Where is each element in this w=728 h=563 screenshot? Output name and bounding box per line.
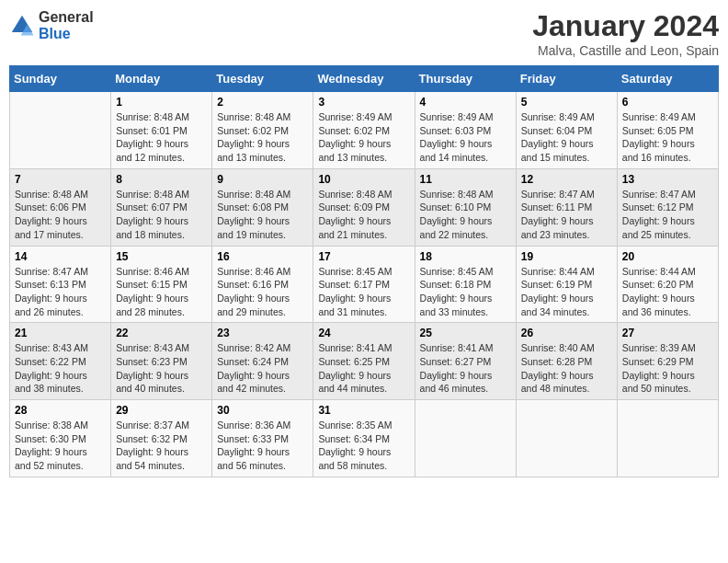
day-number: 10: [318, 173, 409, 186]
cell-content: Sunrise: 8:42 AM Sunset: 6:24 PM Dayligh…: [217, 341, 308, 396]
cell-content: Sunrise: 8:47 AM Sunset: 6:12 PM Dayligh…: [622, 188, 713, 242]
day-number: 22: [116, 327, 207, 339]
calendar-cell: 2Sunrise: 8:48 AM Sunset: 6:02 PM Daylig…: [212, 92, 313, 169]
cell-content: Sunrise: 8:44 AM Sunset: 6:20 PM Dayligh…: [622, 265, 713, 319]
day-number: 2: [217, 96, 308, 109]
week-row-3: 14Sunrise: 8:47 AM Sunset: 6:13 PM Dayli…: [10, 246, 719, 323]
day-number: 29: [116, 404, 207, 417]
calendar-cell: 20Sunrise: 8:44 AM Sunset: 6:20 PM Dayli…: [617, 246, 718, 323]
day-number: 9: [217, 173, 308, 186]
cell-content: Sunrise: 8:49 AM Sunset: 6:03 PM Dayligh…: [420, 110, 511, 165]
day-number: 3: [318, 96, 409, 109]
calendar-cell: 7Sunrise: 8:48 AM Sunset: 6:06 PM Daylig…: [10, 168, 111, 246]
logo-icon: [9, 13, 35, 39]
logo-text: General Blue: [39, 9, 94, 41]
day-number: 5: [521, 96, 612, 109]
cell-content: Sunrise: 8:48 AM Sunset: 6:02 PM Dayligh…: [217, 110, 308, 165]
cell-content: Sunrise: 8:48 AM Sunset: 6:09 PM Dayligh…: [318, 188, 409, 242]
day-number: 8: [116, 173, 207, 186]
logo-blue-label: Blue: [39, 26, 94, 42]
col-header-saturday: Saturday: [617, 66, 718, 92]
cell-content: Sunrise: 8:36 AM Sunset: 6:33 PM Dayligh…: [217, 419, 308, 473]
cell-content: Sunrise: 8:48 AM Sunset: 6:10 PM Dayligh…: [420, 188, 511, 242]
calendar-cell: [516, 400, 617, 477]
day-number: 12: [521, 173, 612, 186]
calendar-cell: 1Sunrise: 8:48 AM Sunset: 6:01 PM Daylig…: [111, 92, 212, 169]
day-number: 4: [420, 96, 511, 109]
calendar-cell: 5Sunrise: 8:49 AM Sunset: 6:04 PM Daylig…: [516, 92, 617, 169]
calendar-cell: 27Sunrise: 8:39 AM Sunset: 6:29 PM Dayli…: [617, 323, 718, 400]
day-number: 25: [420, 327, 511, 339]
cell-content: Sunrise: 8:45 AM Sunset: 6:17 PM Dayligh…: [318, 265, 409, 319]
cell-content: Sunrise: 8:43 AM Sunset: 6:23 PM Dayligh…: [116, 341, 207, 396]
cell-content: Sunrise: 8:38 AM Sunset: 6:30 PM Dayligh…: [15, 419, 106, 473]
cell-content: Sunrise: 8:49 AM Sunset: 6:02 PM Dayligh…: [318, 110, 409, 165]
logo: General Blue: [9, 9, 94, 41]
day-number: 20: [622, 250, 713, 263]
cell-content: Sunrise: 8:37 AM Sunset: 6:32 PM Dayligh…: [116, 419, 207, 473]
day-number: 21: [15, 327, 106, 339]
cell-content: Sunrise: 8:49 AM Sunset: 6:05 PM Dayligh…: [622, 110, 713, 165]
day-number: 15: [116, 250, 207, 263]
day-number: 18: [420, 250, 511, 263]
cell-content: Sunrise: 8:35 AM Sunset: 6:34 PM Dayligh…: [318, 419, 409, 473]
calendar-cell: 12Sunrise: 8:47 AM Sunset: 6:11 PM Dayli…: [516, 168, 617, 246]
col-header-tuesday: Tuesday: [212, 66, 313, 92]
calendar-cell: 14Sunrise: 8:47 AM Sunset: 6:13 PM Dayli…: [10, 246, 111, 323]
cell-content: Sunrise: 8:45 AM Sunset: 6:18 PM Dayligh…: [420, 265, 511, 319]
cell-content: Sunrise: 8:49 AM Sunset: 6:04 PM Dayligh…: [521, 110, 612, 165]
day-number: 6: [622, 96, 713, 109]
calendar-table: SundayMondayTuesdayWednesdayThursdayFrid…: [9, 65, 719, 477]
week-row-5: 28Sunrise: 8:38 AM Sunset: 6:30 PM Dayli…: [10, 400, 719, 477]
calendar-cell: 4Sunrise: 8:49 AM Sunset: 6:03 PM Daylig…: [415, 92, 516, 169]
calendar-cell: 18Sunrise: 8:45 AM Sunset: 6:18 PM Dayli…: [415, 246, 516, 323]
calendar-cell: 30Sunrise: 8:36 AM Sunset: 6:33 PM Dayli…: [212, 400, 313, 477]
title-area: January 2024 Malva, Castille and Leon, S…: [532, 9, 719, 58]
calendar-cell: 11Sunrise: 8:48 AM Sunset: 6:10 PM Dayli…: [415, 168, 516, 246]
day-number: 13: [622, 173, 713, 186]
day-number: 27: [622, 327, 713, 339]
day-number: 24: [318, 327, 409, 339]
day-number: 23: [217, 327, 308, 339]
calendar-cell: [10, 92, 111, 169]
col-header-friday: Friday: [516, 66, 617, 92]
day-number: 1: [116, 96, 207, 109]
calendar-cell: 21Sunrise: 8:43 AM Sunset: 6:22 PM Dayli…: [10, 323, 111, 400]
col-header-thursday: Thursday: [415, 66, 516, 92]
calendar-cell: 13Sunrise: 8:47 AM Sunset: 6:12 PM Dayli…: [617, 168, 718, 246]
calendar-cell: 16Sunrise: 8:46 AM Sunset: 6:16 PM Dayli…: [212, 246, 313, 323]
cell-content: Sunrise: 8:48 AM Sunset: 6:01 PM Dayligh…: [116, 110, 207, 165]
cell-content: Sunrise: 8:48 AM Sunset: 6:07 PM Dayligh…: [116, 188, 207, 242]
col-header-sunday: Sunday: [10, 66, 111, 92]
calendar-cell: 10Sunrise: 8:48 AM Sunset: 6:09 PM Dayli…: [313, 168, 415, 246]
calendar-cell: 22Sunrise: 8:43 AM Sunset: 6:23 PM Dayli…: [111, 323, 212, 400]
logo-general-label: General: [39, 9, 94, 26]
cell-content: Sunrise: 8:44 AM Sunset: 6:19 PM Dayligh…: [521, 265, 612, 319]
calendar-cell: 3Sunrise: 8:49 AM Sunset: 6:02 PM Daylig…: [313, 92, 415, 169]
location-title: Malva, Castille and Leon, Spain: [532, 43, 719, 58]
day-number: 17: [318, 250, 409, 263]
header: General Blue January 2024 Malva, Castill…: [9, 9, 719, 58]
calendar-cell: 9Sunrise: 8:48 AM Sunset: 6:08 PM Daylig…: [212, 168, 313, 246]
col-header-monday: Monday: [111, 66, 212, 92]
cell-content: Sunrise: 8:48 AM Sunset: 6:08 PM Dayligh…: [217, 188, 308, 242]
calendar-cell: 24Sunrise: 8:41 AM Sunset: 6:25 PM Dayli…: [313, 323, 415, 400]
calendar-cell: 17Sunrise: 8:45 AM Sunset: 6:17 PM Dayli…: [313, 246, 415, 323]
calendar-cell: [617, 400, 718, 477]
cell-content: Sunrise: 8:43 AM Sunset: 6:22 PM Dayligh…: [15, 341, 106, 396]
calendar-cell: 31Sunrise: 8:35 AM Sunset: 6:34 PM Dayli…: [313, 400, 415, 477]
day-number: 19: [521, 250, 612, 263]
calendar-cell: 6Sunrise: 8:49 AM Sunset: 6:05 PM Daylig…: [617, 92, 718, 169]
day-number: 30: [217, 404, 308, 417]
week-row-2: 7Sunrise: 8:48 AM Sunset: 6:06 PM Daylig…: [10, 168, 719, 246]
cell-content: Sunrise: 8:46 AM Sunset: 6:16 PM Dayligh…: [217, 265, 308, 319]
cell-content: Sunrise: 8:39 AM Sunset: 6:29 PM Dayligh…: [622, 341, 713, 396]
calendar-cell: 8Sunrise: 8:48 AM Sunset: 6:07 PM Daylig…: [111, 168, 212, 246]
calendar-cell: 19Sunrise: 8:44 AM Sunset: 6:19 PM Dayli…: [516, 246, 617, 323]
cell-content: Sunrise: 8:48 AM Sunset: 6:06 PM Dayligh…: [15, 188, 106, 242]
week-row-4: 21Sunrise: 8:43 AM Sunset: 6:22 PM Dayli…: [10, 323, 719, 400]
cell-content: Sunrise: 8:40 AM Sunset: 6:28 PM Dayligh…: [521, 341, 612, 396]
month-title: January 2024: [532, 9, 719, 43]
day-number: 26: [521, 327, 612, 339]
day-number: 31: [318, 404, 409, 417]
